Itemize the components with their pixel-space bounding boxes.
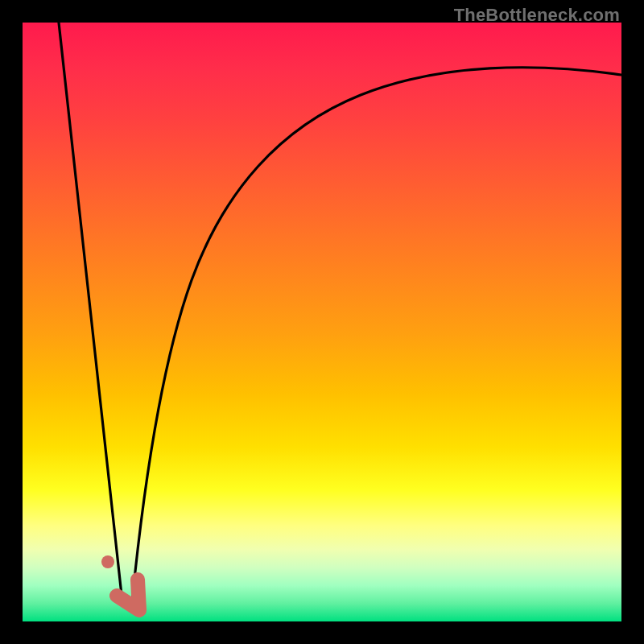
curve-right-branch: [132, 68, 621, 602]
plot-area: [23, 23, 621, 621]
chart-svg: [23, 23, 621, 621]
secondary-dot-marker: [101, 555, 114, 568]
curve-left-branch: [59, 23, 122, 602]
chart-frame: TheBottleneck.com: [0, 0, 644, 644]
